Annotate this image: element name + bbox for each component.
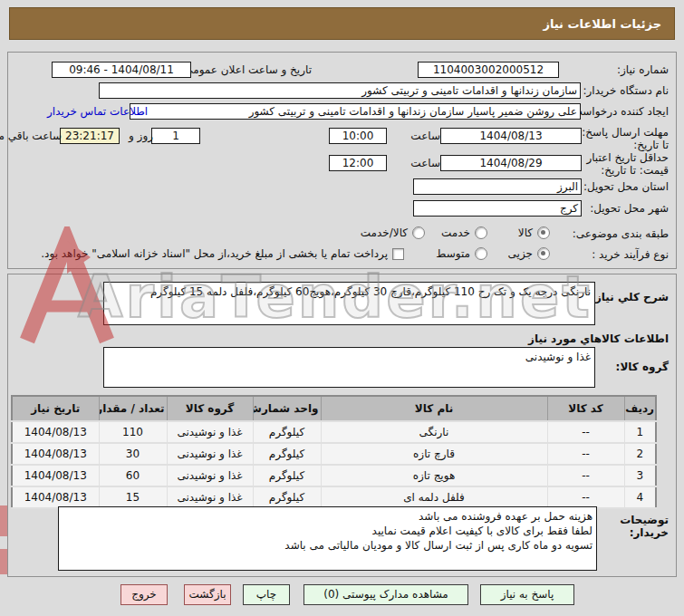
table-cell: 110 [99, 421, 167, 443]
back-button[interactable]: بازگشت [184, 584, 231, 605]
column-header: گروه کالا [167, 396, 253, 421]
public-announcement-field[interactable]: 1404/08/11 - 09:46 [52, 62, 191, 78]
radio-label: متوسط [436, 247, 470, 260]
remaining-time-label: ساعت باقي مانده [0, 128, 62, 144]
goods-table: ردیف کد کالا نام کالا واحد شمارش گروه کا… [11, 395, 657, 509]
table-row: 2--قارچ تازهکیلوگرمغذا و نوشیدنی301404/0… [12, 443, 656, 465]
response-deadline-label: مهلت ارسال پاسخ: تا تاریخ: [578, 126, 669, 151]
response-deadline-time-label: ساعت [410, 128, 440, 144]
purchase-type-option-medium[interactable]: متوسط [436, 246, 487, 261]
need-number-label: شماره نیاز: [617, 62, 669, 78]
column-header: کد کالا [547, 396, 624, 421]
table-cell: نارنگی [321, 421, 547, 443]
table-cell: غذا و نوشیدنی [167, 465, 253, 486]
column-header: تعداد / مقدار [99, 396, 167, 421]
radio-icon[interactable] [475, 247, 487, 260]
table-cell: کیلوگرم [253, 486, 321, 508]
need-details-page: جزئیات اطلاعات نیاز شماره نیاز: 11040030… [0, 0, 684, 616]
request-creator-field[interactable]: علی روشن ضمیر پاسیار سازمان زندانها و اق… [130, 103, 581, 120]
table-cell: قارچ تازه [321, 443, 547, 465]
goods-group-label: گروه کالا: [616, 359, 669, 375]
radio-icon[interactable] [537, 247, 550, 260]
remaining-days-label: روز و [129, 128, 153, 144]
table-row: 3--هویج تازهکیلوگرمغذا و نوشیدنی601404/0… [12, 465, 656, 486]
buyer-contact-link[interactable]: اطلاعات تماس خریدار [47, 103, 148, 120]
response-deadline-time-field[interactable]: 10:00 [329, 128, 387, 144]
remaining-time-field[interactable]: 23:21:17 [60, 128, 120, 144]
table-cell: کیلوگرم [253, 421, 321, 443]
table-cell: 1404/08/13 [12, 443, 99, 465]
checkbox-label: پرداخت تمام یا بخشی از مبلغ خرید،از محل … [41, 247, 388, 260]
request-creator-label: ایجاد کننده درخواست: [568, 103, 669, 120]
table-cell: 1404/08/13 [12, 486, 99, 508]
buyer-notes-label: توضیحات خریدار: [603, 514, 669, 539]
table-cell: 3 [624, 465, 656, 486]
buyer-notes-textarea[interactable]: هزینه حمل بر عهده فروشنده می باشد لطفا ف… [58, 506, 597, 571]
table-row: 1--نارنگیکیلوگرمغذا و نوشیدنی1101404/08/… [12, 421, 656, 443]
need-items-panel: شرح کلي نياز: نارنگی درجه یک و تک رح 110… [7, 274, 677, 577]
table-cell: غذا و نوشیدنی [167, 443, 253, 465]
exit-button[interactable]: خروج [120, 584, 168, 605]
table-cell: غذا و نوشیدنی [167, 421, 253, 443]
table-cell: کیلوگرم [253, 465, 321, 486]
table-cell: 1404/08/13 [12, 465, 99, 486]
radio-icon[interactable] [475, 226, 487, 239]
buyer-org-field[interactable]: سازمان زندانها و اقدامات تامینی و تربیتی… [99, 82, 581, 99]
subject-class-option-goods-service[interactable]: کالا/خدمت [361, 226, 425, 240]
goods-info-header: اطلاعات کالاهاي مورد نياز [528, 331, 669, 347]
remaining-days-field[interactable]: 1 [151, 128, 200, 144]
price-validity-time-label: ساعت [410, 155, 440, 171]
price-validity-label: حداقل تاریخ اعتبار قیمت: تا تاریخ: [573, 151, 669, 177]
need-description-textarea[interactable]: نارنگی درجه یک و تک رح 110 کیلوگرم،قارچ … [103, 282, 595, 325]
table-cell: 30 [99, 443, 167, 465]
print-button[interactable]: چاپ [243, 584, 290, 605]
table-cell: -- [547, 443, 624, 465]
table-cell: 1 [624, 421, 656, 443]
province-label: استان محل تحویل: [583, 178, 669, 195]
subject-class-option-service[interactable]: خدمت [441, 226, 487, 240]
goods-table-header: ردیف کد کالا نام کالا واحد شمارش گروه کا… [12, 396, 656, 421]
table-cell: کیلوگرم [253, 443, 321, 465]
table-cell: 15 [99, 486, 167, 508]
respond-to-need-button[interactable]: پاسخ به نیاز [480, 584, 574, 605]
goods-group-textarea[interactable]: غذا و نوشیدنی [103, 347, 595, 388]
table-cell: 1404/08/13 [12, 421, 99, 443]
subject-class-label: طبقه بندی موضوعی: [573, 226, 669, 242]
price-validity-time-field[interactable]: 12:00 [329, 155, 387, 171]
column-header: نام کالا [321, 396, 547, 421]
radio-label: جزیی [508, 247, 533, 260]
table-cell: 2 [624, 443, 656, 465]
purchase-type-label: نوع فرآیند خرید : [592, 246, 669, 263]
table-cell: 4 [624, 486, 656, 508]
radio-icon[interactable] [537, 226, 550, 239]
response-deadline-date-field[interactable]: 1404/08/13 [440, 128, 582, 144]
column-header: ردیف [624, 396, 656, 421]
table-cell: هویج تازه [321, 465, 547, 486]
table-cell: 60 [99, 465, 167, 486]
column-header: تاریخ نیاز [12, 396, 99, 421]
buyer-org-label: نام دستگاه خریدار: [583, 82, 670, 99]
treasury-payment-checkbox-row[interactable]: پرداخت تمام یا بخشی از مبلغ خرید،از محل … [41, 246, 404, 261]
price-validity-date-field[interactable]: 1404/08/29 [440, 155, 582, 171]
table-cell: فلفل دلمه ای [321, 486, 547, 508]
table-cell: -- [547, 465, 624, 486]
table-row: 4--فلفل دلمه ایکیلوگرمغذا و نوشیدنی15140… [12, 486, 656, 508]
city-label: شهر محل تحویل: [590, 200, 669, 217]
page-title: جزئیات اطلاعات نیاز [9, 7, 675, 40]
need-number-field[interactable]: 1104003002000512 [418, 62, 559, 78]
city-field[interactable]: کرج [413, 200, 582, 217]
general-info-panel: شماره نیاز: 1104003002000512 تاریخ و ساع… [7, 52, 677, 269]
column-header: واحد شمارش [253, 396, 321, 421]
subject-class-option-goods[interactable]: کالا [518, 226, 550, 240]
table-cell: غذا و نوشیدنی [167, 486, 253, 508]
table-cell: -- [547, 486, 624, 508]
radio-label: خدمت [441, 226, 470, 239]
purchase-type-option-minor[interactable]: جزیی [508, 246, 550, 261]
radio-label: کالا [518, 226, 533, 239]
checkbox-icon[interactable] [392, 248, 404, 260]
view-attachments-button[interactable]: مشاهده مدارک پیوستی (0) [303, 584, 468, 605]
table-cell: -- [547, 421, 624, 443]
radio-icon[interactable] [412, 226, 425, 239]
need-description-label: شرح کلي نياز: [591, 289, 669, 305]
province-field[interactable]: البرز [413, 178, 582, 195]
